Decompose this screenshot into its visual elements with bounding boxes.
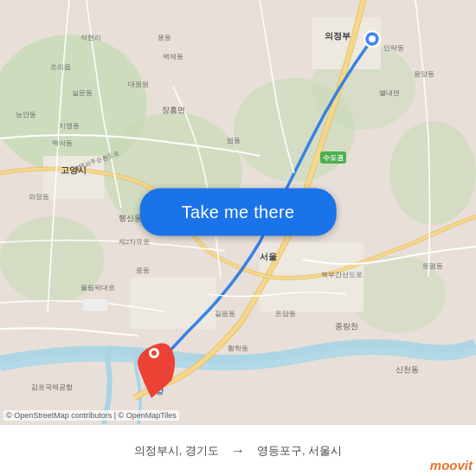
svg-text:수도권: 수도권 <box>323 154 344 162</box>
svg-text:백석동: 백석동 <box>52 139 73 147</box>
svg-text:대원원: 대원원 <box>128 80 149 88</box>
route-arrow: → <box>231 443 245 459</box>
svg-point-48 <box>369 35 376 42</box>
svg-text:제2자유로: 제2자유로 <box>119 238 150 246</box>
svg-text:벽제동: 벽제동 <box>163 53 183 61</box>
svg-text:용양동: 용양동 <box>414 70 434 78</box>
destination-label: 영등포구, 서울시 <box>257 443 342 459</box>
svg-text:서울: 서울 <box>260 252 277 261</box>
svg-text:장흥면: 장흥면 <box>162 106 185 114</box>
svg-text:황학동: 황학동 <box>228 344 248 352</box>
svg-text:길음동: 길음동 <box>215 310 235 318</box>
svg-text:와정동: 와정동 <box>29 193 49 201</box>
take-me-there-button[interactable]: Take me there <box>140 189 337 236</box>
svg-text:신천동: 신천동 <box>396 365 419 374</box>
svg-rect-9 <box>130 277 216 329</box>
map-container: 수도권 의정부 고양시 장흥면 행신동 서울 한강 김포국제공항 종랑천 신천동… <box>0 0 476 424</box>
svg-text:올림픽대로: 올림픽대로 <box>80 284 115 292</box>
svg-point-5 <box>389 121 476 225</box>
svg-text:중동: 중동 <box>136 267 150 274</box>
origin-label: 의정부시, 경기도 <box>134 443 219 459</box>
svg-text:풍동: 풍동 <box>158 34 171 42</box>
footer: 의정부시, 경기도 → 영등포구, 서울시 moovit <box>0 424 476 476</box>
svg-point-50 <box>151 351 157 356</box>
svg-text:범동: 범동 <box>227 137 241 145</box>
attribution-text: © OpenStreetMap contributors | © OpenMap… <box>3 410 179 421</box>
svg-text:의정부: 의정부 <box>325 31 351 41</box>
svg-text:지영동: 지영동 <box>59 122 80 130</box>
svg-text:종랑천: 종랑천 <box>335 322 358 331</box>
svg-rect-45 <box>82 299 108 312</box>
svg-text:김포국제공항: 김포국제공항 <box>31 383 73 391</box>
footer-route: 의정부시, 경기도 → 영등포구, 서울시 <box>134 443 342 459</box>
svg-text:북부간선도로: 북부간선도로 <box>321 271 363 279</box>
svg-text:행신동: 행신동 <box>119 214 142 222</box>
moovit-logo: moovit <box>430 458 473 473</box>
svg-text:돈암동: 돈암동 <box>275 310 296 318</box>
svg-text:능안동: 능안동 <box>16 111 36 119</box>
svg-text:토평동: 토평동 <box>422 262 443 270</box>
svg-text:석현리: 석현리 <box>80 34 101 42</box>
svg-text:설문동: 설문동 <box>72 89 93 97</box>
svg-text:별내면: 별내면 <box>379 89 400 97</box>
svg-text:인락동: 인락동 <box>383 44 404 52</box>
svg-text:조리읍: 조리읍 <box>50 63 71 71</box>
